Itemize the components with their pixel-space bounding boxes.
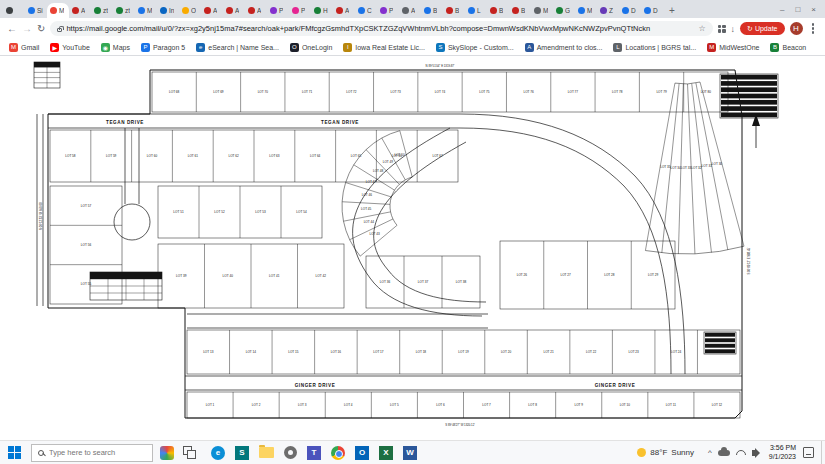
bookmark-item[interactable]: LLocations | BGRS tal... [613, 43, 696, 52]
minimize-icon[interactable]: – [780, 5, 784, 14]
browser-tab[interactable]: B [443, 3, 465, 18]
tab-favicon [534, 7, 541, 14]
browser-tab[interactable]: zt [91, 3, 113, 18]
bookmark-item[interactable]: PParagon 5 [141, 43, 185, 52]
lot-label: LOT 74 [435, 90, 446, 94]
teams-icon: T [307, 446, 321, 460]
task-view-icon[interactable] [183, 446, 196, 459]
close-icon[interactable]: × [811, 5, 816, 14]
bookmark-item[interactable]: BBeacon [770, 43, 806, 52]
lot-label: LOT 36 [380, 280, 391, 284]
taskbar-app-outlook[interactable]: O [350, 441, 374, 464]
browser-tab[interactable]: O [179, 3, 201, 18]
bookmark-item[interactable]: MGmail [9, 43, 39, 52]
clock-date: 9/1/2023 [769, 453, 796, 461]
browser-tab[interactable]: M [531, 3, 553, 18]
taskbar-clock[interactable]: 3:56 PM 9/1/2023 [769, 444, 796, 461]
bookmark-label: Locations | BGRS tal... [625, 44, 696, 51]
tab-label: Z [609, 7, 613, 14]
start-button[interactable] [8, 446, 22, 460]
bookmark-item[interactable]: AAmendment to clos... [525, 43, 603, 52]
menu-kebab-icon[interactable] [812, 27, 815, 30]
browser-tab[interactable]: B [487, 3, 509, 18]
taskbar-app-teams[interactable]: T [302, 441, 326, 464]
bookmark-item[interactable]: IIowa Real Estate Lic... [343, 43, 425, 52]
search-input[interactable] [49, 448, 146, 457]
url-input[interactable] [66, 24, 694, 33]
lot-label: LOT 54 [296, 210, 307, 214]
tab-label: B [499, 7, 503, 14]
taskbar-app-file-explorer[interactable] [254, 441, 278, 464]
browser-tab[interactable]: D [619, 3, 641, 18]
taskbar-app-word[interactable]: W [398, 441, 422, 464]
browser-tab[interactable]: M [135, 3, 157, 18]
browser-tab[interactable]: P [289, 3, 311, 18]
browser-tab[interactable]: B [509, 3, 531, 18]
taskbar-app-edge[interactable]: e [206, 441, 230, 464]
bookmark-star-icon[interactable]: ☆ [698, 24, 705, 33]
browser-tab[interactable]: A [201, 3, 223, 18]
browser-tab[interactable]: In [157, 3, 179, 18]
sun-icon [637, 448, 646, 457]
taskbar-apps: eSTOXW [206, 441, 422, 464]
wifi-icon[interactable] [736, 450, 746, 455]
tab-label: zt [125, 7, 130, 14]
browser-tab[interactable]: A [69, 3, 91, 18]
lot-label: LOT 35 [660, 165, 671, 169]
browser-tab[interactable]: zt [113, 3, 135, 18]
browser-tab[interactable]: H [311, 3, 333, 18]
show-desktop-button[interactable] [821, 441, 825, 464]
browser-tab[interactable]: A [399, 3, 421, 18]
browser-tab[interactable]: M [47, 3, 69, 18]
forward-icon[interactable]: → [22, 24, 32, 34]
volume-icon[interactable] [752, 450, 756, 456]
new-tab-button[interactable]: + [665, 3, 679, 17]
browser-tab[interactable]: C [355, 3, 377, 18]
lot-label: LOT 69 [213, 90, 224, 94]
bookmark-favicon: M [707, 43, 716, 52]
tray-chevron-icon[interactable]: ^ [708, 448, 712, 457]
browser-tab[interactable] [3, 3, 25, 18]
browser-tab[interactable]: A [223, 3, 245, 18]
taskbar-app-excel[interactable]: X [374, 441, 398, 464]
bookmark-item[interactable]: OOneLogin [290, 43, 332, 52]
bookmark-item[interactable]: ▶YouTube [50, 43, 90, 52]
download-icon[interactable]: ↓ [731, 24, 736, 34]
profile-avatar[interactable]: H [790, 22, 803, 35]
bookmark-item[interactable]: SSkySlope - Custom... [436, 43, 514, 52]
browser-tab[interactable]: G [553, 3, 575, 18]
taskbar-app-sharepoint[interactable]: S [230, 441, 254, 464]
browser-tab[interactable]: B [421, 3, 443, 18]
bookmark-item[interactable]: ◉Maps [101, 43, 130, 52]
taskbar-search[interactable] [31, 444, 153, 462]
taskbar-app-chrome[interactable] [326, 441, 350, 464]
lot-label: LOT 39 [176, 274, 187, 278]
extensions-icon[interactable] [718, 25, 726, 33]
browser-tab[interactable]: Z [597, 3, 619, 18]
lot-label: LOT 60 [147, 154, 158, 158]
browser-tab[interactable]: Si [25, 3, 47, 18]
bookmark-item[interactable]: eeSearch | Name Sea... [196, 43, 279, 52]
tab-strip: SiMAztztMInOAAAPPHACPABBLBBMGMZDD + –□× [0, 0, 825, 18]
weather-widget[interactable]: 88°F Sunny [637, 448, 694, 457]
tab-favicon [6, 7, 13, 14]
address-bar[interactable]: ☆ [50, 21, 712, 36]
tab-favicon [512, 7, 519, 14]
browser-tab[interactable]: P [267, 3, 289, 18]
onedrive-cloud-icon[interactable] [718, 450, 730, 456]
browser-tab[interactable]: M [575, 3, 597, 18]
browser-tab[interactable]: D [641, 3, 663, 18]
maximize-icon[interactable]: □ [795, 5, 800, 14]
browser-tab[interactable]: A [333, 3, 355, 18]
browser-tab[interactable]: A [245, 3, 267, 18]
browser-tab[interactable]: P [377, 3, 399, 18]
action-center-icon[interactable] [803, 447, 814, 458]
bookmark-item[interactable]: MMidWestOne [707, 43, 759, 52]
reload-icon[interactable]: ↻ [37, 24, 45, 34]
browser-tab[interactable]: L [465, 3, 487, 18]
widgets-icon[interactable] [160, 446, 174, 460]
back-icon[interactable]: ← [7, 24, 17, 34]
taskbar-app-settings[interactable] [278, 441, 302, 464]
bookmark-label: Iowa Real Estate Lic... [355, 44, 425, 51]
update-button[interactable]: ↻Update [740, 22, 784, 35]
